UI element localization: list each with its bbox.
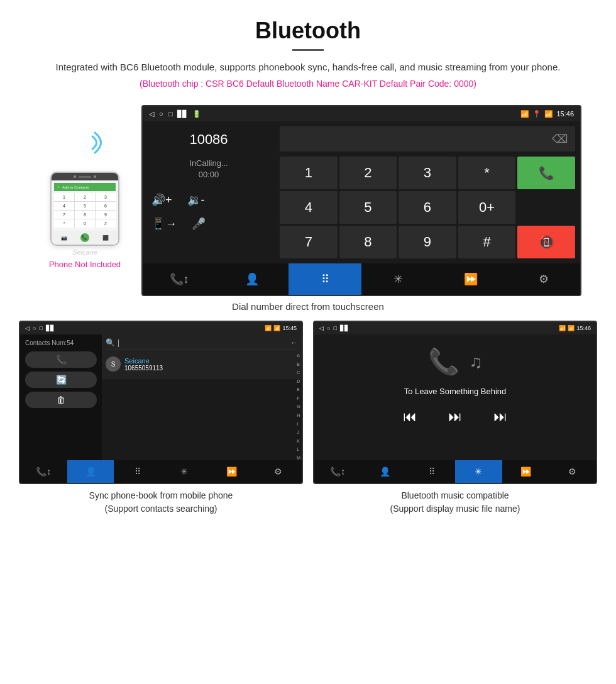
music-nav-phone[interactable]: 📞↕: [314, 460, 361, 483]
phone-contact-btn[interactable]: 📞: [25, 351, 97, 368]
dialer-number: 10086: [151, 131, 266, 148]
mic-controls: 📱→ 🎤: [151, 217, 266, 231]
transfer-icon[interactable]: 📱→: [151, 217, 177, 231]
svg-line-4: [84, 148, 91, 154]
next-track-button[interactable]: ⏭: [493, 409, 507, 425]
key-8[interactable]: 8: [339, 226, 397, 258]
key-2[interactable]: 2: [339, 157, 397, 189]
key-star[interactable]: *: [458, 157, 516, 189]
phone-end-icon: ⬛: [102, 235, 109, 241]
key-hash[interactable]: #: [458, 226, 516, 258]
dialer-input-field: [280, 126, 544, 152]
music-nav-dialpad[interactable]: ⠿: [408, 460, 455, 483]
nav-contacts[interactable]: 👤: [216, 263, 289, 295]
music-status-right: 📶 📶 15:46: [559, 325, 591, 331]
phone-key-hash[interactable]: #: [96, 219, 116, 228]
mic-icon[interactable]: 🎤: [192, 217, 206, 231]
phone-key-1[interactable]: 1: [54, 193, 74, 201]
dialer-content: 10086 InCalling... 00:00 🔊+ 🔉- 📱→ 🎤: [143, 121, 580, 263]
volume-controls: 🔊+ 🔉-: [151, 193, 266, 207]
music-nav-bar: 📞↕ 👤 ⠿ ✳ ⏩ ⚙: [314, 460, 596, 483]
page-description: Integrated with BC6 Bluetooth module, su…: [25, 60, 591, 75]
phone-key-0[interactable]: 0: [75, 219, 95, 228]
music-icon-area: 📞 ♫: [428, 347, 483, 377]
contacts-nav-phone[interactable]: 📞↕: [20, 460, 67, 483]
phone-key-8[interactable]: 8: [75, 211, 95, 219]
sync-contact-btn[interactable]: 🔄: [25, 372, 97, 388]
bluetooth-svg-icon: [66, 124, 104, 168]
phone-speaker: [79, 176, 91, 178]
phone-call-button[interactable]: 📞: [80, 233, 89, 242]
nav-phone[interactable]: 📞↕: [143, 263, 216, 295]
square-icon: □: [168, 110, 173, 118]
phone-camera: [74, 175, 76, 178]
key-9[interactable]: 9: [399, 226, 456, 258]
volume-down-icon[interactable]: 🔉-: [187, 193, 205, 207]
delete-contact-btn[interactable]: 🗑: [25, 392, 97, 408]
back-arrow-icon: ◁: [149, 110, 154, 118]
contacts-nav-dialpad[interactable]: ⠿: [114, 460, 161, 483]
contacts-nav-bt[interactable]: ✳: [161, 460, 208, 483]
contacts-search-row: 🔍 | ←: [106, 338, 298, 350]
volume-up-icon[interactable]: 🔊+: [151, 193, 172, 207]
phone-key-5[interactable]: 5: [75, 202, 95, 210]
phone-key-3[interactable]: 3: [96, 193, 116, 201]
phone-top-bar: [52, 173, 118, 180]
music-caption: Bluetooth music compatible (Support disp…: [390, 489, 520, 516]
prev-track-button[interactable]: ⏮: [403, 409, 417, 425]
phone-key-6[interactable]: 6: [96, 202, 116, 210]
key-6[interactable]: 6: [399, 191, 456, 224]
nav-dialpad[interactable]: ⠿: [289, 263, 361, 295]
contacts-nav-settings[interactable]: ⚙: [255, 460, 302, 483]
music-time: 15:46: [576, 325, 591, 331]
music-nav-settings[interactable]: ⚙: [549, 460, 596, 483]
key-0plus[interactable]: 0+: [458, 191, 516, 224]
music-nav-contacts[interactable]: 👤: [361, 460, 409, 483]
alpha-list: A B C D E F G H I J K L M: [297, 353, 300, 460]
play-pause-button[interactable]: ⏭: [448, 409, 462, 425]
music-signal-icon: ▊▊: [340, 325, 349, 331]
contacts-nav-contacts[interactable]: 👤: [67, 460, 114, 483]
phone-key-star[interactable]: *: [54, 219, 74, 228]
key-7[interactable]: 7: [280, 226, 338, 258]
key-4[interactable]: 4: [280, 191, 338, 224]
location-icon: 📍: [532, 110, 541, 118]
music-android-screen: ◁ ○ □ ▊▊ 📶 📶 15:46 📞 ♫ To Leave Somethin…: [313, 321, 597, 484]
call-button[interactable]: 📞: [517, 157, 575, 189]
contacts-wifi-icon: 📶: [273, 325, 280, 331]
music-status-bar: ◁ ○ □ ▊▊ 📶 📶 15:46: [314, 322, 596, 334]
phone-key-9[interactable]: 9: [96, 211, 116, 219]
music-nav-fwd[interactable]: ⏩: [502, 460, 549, 483]
main-nav-bar: 📞↕ 👤 ⠿ ✳ ⏩ ⚙: [143, 263, 580, 295]
music-nav-bt[interactable]: ✳: [455, 460, 502, 483]
key-1[interactable]: 1: [280, 157, 338, 189]
dialer-left-panel: 10086 InCalling... 00:00 🔊+ 🔉- 📱→ 🎤: [143, 121, 275, 263]
contact-avatar: S: [106, 356, 121, 372]
contacts-nav-fwd[interactable]: ⏩: [208, 460, 255, 483]
music-content: 📞 ♫ To Leave Something Behind ⏮ ⏭ ⏭: [314, 334, 596, 460]
phone-key-2[interactable]: 2: [75, 193, 95, 201]
backspace-button[interactable]: ⌫: [544, 126, 575, 152]
music-phone-icon: 📶: [559, 325, 566, 331]
phone-key-4[interactable]: 4: [54, 202, 74, 210]
contacts-home-icon: ○: [33, 325, 36, 331]
nav-bluetooth[interactable]: ✳: [361, 263, 434, 295]
key-5[interactable]: 5: [339, 191, 397, 224]
dialer-controls: 🔊+ 🔉- 📱→ 🎤: [151, 193, 266, 231]
key-3[interactable]: 3: [399, 157, 456, 189]
phone-key-7[interactable]: 7: [54, 211, 74, 219]
main-android-screen: ◁ ○ □ ▊▊ 🔋 📶 📍 📶 15:46 10086 InCalling..…: [141, 105, 581, 296]
nav-forward[interactable]: ⏩: [434, 263, 507, 295]
end-call-button[interactable]: 📵: [517, 226, 575, 258]
contacts-phone-icon: 📶: [265, 325, 272, 331]
main-status-bar: ◁ ○ □ ▊▊ 🔋 📶 📍 📶 15:46: [143, 106, 580, 121]
battery-icon: 🔋: [192, 110, 201, 118]
music-recents-icon: □: [333, 325, 336, 331]
music-wifi-icon: 📶: [568, 325, 575, 331]
contact-info: Seicane 10655059113: [124, 357, 163, 372]
nav-settings[interactable]: ⚙: [507, 263, 580, 295]
contact-item[interactable]: S Seicane 10655059113: [106, 353, 298, 375]
page-header: Bluetooth Integrated with BC6 Bluetooth …: [0, 0, 616, 105]
phone-screen: ＋Add to Contacts 1 2 3 4 5 6 7 8 9 * 0 #: [52, 180, 118, 231]
page-title: Bluetooth: [25, 18, 591, 44]
